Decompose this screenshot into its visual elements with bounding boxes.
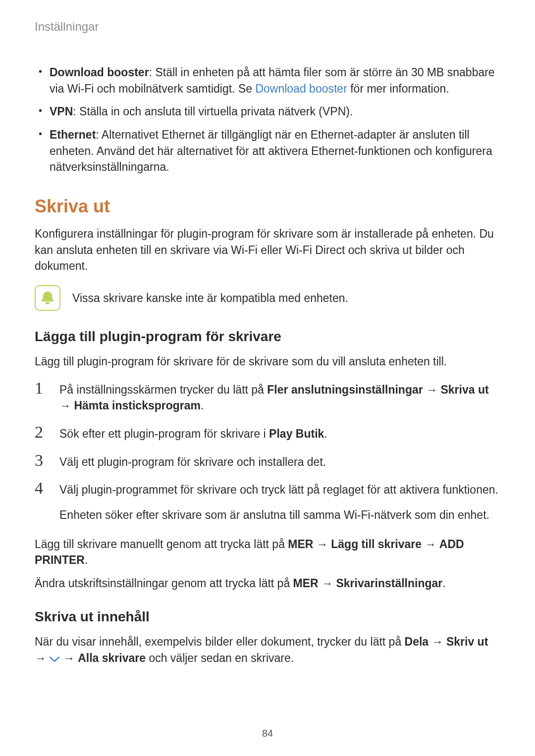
subsection-add-plugin-intro: Lägg till plugin-program för skrivare fö… [35,353,500,370]
bell-icon [40,290,55,306]
dropdown-arrow-icon [49,651,60,667]
ui-path: Skriva ut [440,383,488,396]
manual-add-printer: Lägg till skrivare manuellt genom att tr… [35,536,500,568]
ui-path: Dela [405,635,429,648]
bullet-term: Download booster [50,66,149,79]
download-booster-link[interactable]: Download booster [255,82,347,95]
bullet-vpn: VPN: Ställa in och ansluta till virtuell… [50,103,500,120]
step-number: 4 [35,479,49,497]
ui-path: MER [288,538,313,551]
step-text: Välj ett plugin-program för skrivare och… [59,455,326,468]
change-print-settings: Ändra utskriftsinställningar genom att t… [35,575,500,592]
step-text: På inställningsskärmen trycker du lätt p… [59,383,267,396]
subsection-print-content-title: Skriva ut innehåll [35,609,500,625]
step-number: 2 [35,423,49,441]
ui-path: Fler anslutningsinställningar [267,383,423,396]
bullet-text: : Alternativet Ethernet är tillgängligt … [50,128,492,173]
step-body: Välj ett plugin-program för skrivare och… [59,451,326,470]
step-4-followup: Enheten söker efter skrivare som är ansl… [59,507,500,523]
arrow: → [35,652,49,664]
ui-path: Hämta insticksprogram [74,399,201,412]
step-text: Sök efter ett plugin-program för skrivar… [59,427,269,440]
ui-path: Alla skrivare [78,652,146,664]
step-number: 3 [35,451,49,469]
print-content-paragraph: När du visar innehåll, exempelvis bilder… [35,634,500,667]
section-title-skriva-ut: Skriva ut [35,196,500,217]
arrow: → [423,383,441,396]
section-intro: Konfigurera inställningar för plugin-pro… [35,226,500,274]
arrow: → [422,538,439,551]
feature-bullet-list: Download booster: Ställ in enheten på at… [35,64,500,175]
step-text: . [324,427,327,440]
step-2: 2 Sök efter ett plugin-program för skriv… [35,423,500,442]
bullet-term: Ethernet [50,128,96,141]
bullet-download-booster: Download booster: Ställ in enheten på at… [50,64,500,97]
step-4: 4 Välj plugin-programmet för skrivare oc… [35,479,500,498]
step-body: Välj plugin-programmet för skrivare och … [59,479,498,498]
page-header: Inställningar [35,20,500,34]
subsection-add-plugin-title: Lägga till plugin-program för skrivare [35,329,500,345]
ui-path: MER [293,577,319,590]
step-text: . [201,399,204,412]
step-3: 3 Välj ett plugin-program för skrivare o… [35,451,500,470]
arrow: → [313,538,331,551]
additional-paragraphs: Lägg till skrivare manuellt genom att tr… [35,536,500,592]
bullet-ethernet: Ethernet: Alternativet Ethernet är tillg… [50,127,500,175]
step-text: Välj plugin-programmet för skrivare och … [59,483,498,496]
steps-list: 1 På inställningsskärmen trycker du lätt… [35,379,500,498]
ui-path: Skrivarinställningar [336,577,442,590]
step-body: Sök efter ett plugin-program för skrivar… [59,423,327,442]
step-body: På inställningsskärmen trycker du lätt p… [59,379,500,414]
bullet-text: : Ställa in och ansluta till virtuella p… [73,105,353,118]
note-bell-icon [35,285,60,311]
ui-path: Play Butik [269,427,324,440]
page-number: 84 [0,728,535,739]
arrow: → [319,577,336,590]
text: När du visar innehåll, exempelvis bilder… [35,635,405,648]
step-number: 1 [35,379,49,397]
arrow: → [428,635,446,648]
text: Ändra utskriftsinställningar genom att t… [35,577,293,590]
text: . [85,554,88,566]
bullet-text-b: för mer information. [347,82,449,95]
text: . [442,577,445,590]
text: Lägg till skrivare manuellt genom att tr… [35,538,288,551]
ui-path: Lägg till skrivare [331,538,422,551]
arrow: → [59,399,74,412]
bullet-term: VPN [50,105,73,118]
text: och väljer sedan en skrivare. [146,652,294,664]
ui-path: Skriv ut [446,635,488,648]
note-block: Vissa skrivare kanske inte är kompatibla… [35,285,500,311]
step-1: 1 På inställningsskärmen trycker du lätt… [35,379,500,414]
note-text: Vissa skrivare kanske inte är kompatibla… [72,290,348,306]
arrow: → [60,652,78,664]
